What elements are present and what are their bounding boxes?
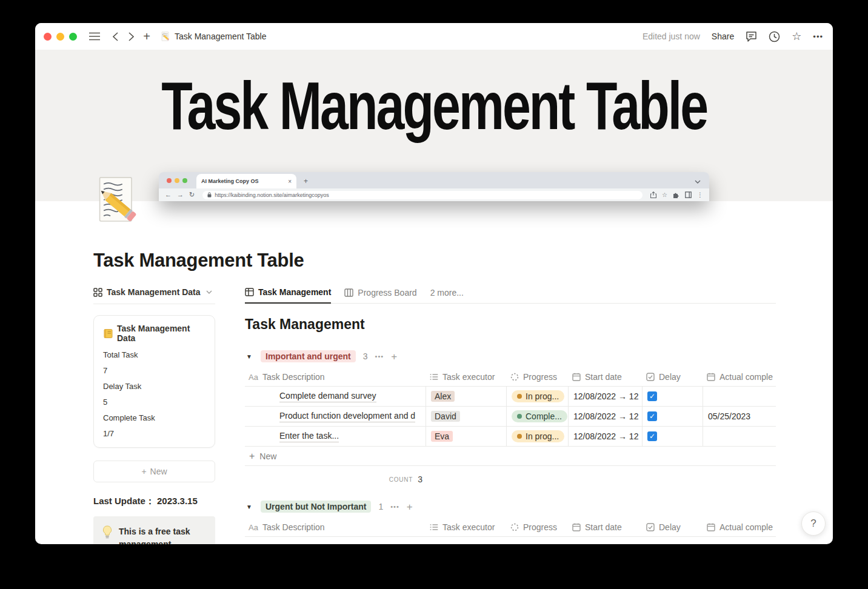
sidebar-view-label: Task Management Data [107, 287, 201, 297]
delay-cell[interactable] [643, 387, 703, 406]
column-header-progress[interactable]: Progress [507, 368, 569, 386]
column-header-task-executor[interactable]: Task executor [426, 518, 507, 536]
column-header-delay[interactable]: Delay [643, 518, 703, 536]
mockup-tab-title: AI Marketing Copy OS [201, 178, 288, 184]
column-header-start-date[interactable]: Start date [569, 518, 643, 536]
comments-button[interactable] [746, 31, 757, 42]
tabs-more-button[interactable]: 2 more... [430, 288, 464, 303]
data-summary-card[interactable]: Task Management Data Total Task 7 Delay … [93, 315, 215, 448]
column-header-delay[interactable]: Delay [643, 368, 703, 386]
page-title: Task Management Table [93, 250, 833, 271]
chevron-down-icon [695, 180, 701, 184]
column-header-actual-completion[interactable]: Actual comple [703, 518, 776, 536]
delay-checkbox-checked[interactable] [647, 431, 657, 441]
group-count: 3 [363, 351, 368, 361]
date-property-icon [572, 523, 581, 531]
tab-close-icon: × [288, 178, 292, 185]
actual-date-cell[interactable] [703, 427, 776, 446]
task-title-cell[interactable]: Complete demand survey [245, 387, 426, 406]
board-view-icon [344, 288, 353, 297]
select-property-icon [430, 373, 438, 381]
actual-date-cell[interactable]: 05/25/2023 [703, 407, 776, 426]
person-tag: Alex [431, 391, 455, 402]
tab-task-management[interactable]: Task Management [245, 287, 331, 304]
delay-cell[interactable] [643, 407, 703, 426]
status-pill: In prog... [512, 390, 564, 402]
table-row: Complete demand survey Alex In prog... 1… [245, 387, 776, 407]
history-button[interactable] [769, 31, 780, 42]
start-date-cell[interactable]: 12/08/2022 → 12 [569, 407, 643, 426]
page-icon-memo[interactable] [96, 176, 138, 224]
mockup-url: https://kaibinding.notion.site/aimarketi… [215, 192, 329, 198]
add-row-button[interactable]: + New [245, 447, 776, 466]
card-title: Task Management Data [117, 324, 205, 343]
progress-cell[interactable]: In prog... [507, 427, 569, 446]
actual-date-cell[interactable] [703, 387, 776, 406]
status-pill: In prog... [512, 430, 564, 442]
column-header-progress[interactable]: Progress [507, 518, 569, 536]
column-header-start-date[interactable]: Start date [569, 368, 643, 386]
column-header-actual-completion[interactable]: Actual comple [703, 368, 776, 386]
executor-cell[interactable]: David [426, 407, 507, 426]
minimize-window-button[interactable] [56, 33, 64, 41]
delay-checkbox-checked[interactable] [647, 391, 657, 401]
column-header-task-executor[interactable]: Task executor [426, 368, 507, 386]
group-menu-button[interactable]: ••• [390, 503, 399, 510]
last-update: Last Update： 2023.3.15 [93, 496, 215, 507]
column-header-task-description[interactable]: Aa Task Description [245, 518, 426, 536]
task-title-cell[interactable]: Product function development and d [245, 407, 426, 426]
status-property-icon [510, 523, 519, 531]
status-dot-icon [517, 414, 522, 419]
table-header-row: Aa Task Description Task executor Prog [245, 368, 776, 387]
forward-icon: → [177, 191, 184, 198]
progress-cell[interactable]: Comple... [507, 407, 569, 426]
sidebar-new-button[interactable]: + New [93, 461, 215, 482]
nav-back-button[interactable] [107, 28, 123, 44]
group-menu-button[interactable]: ••• [375, 353, 384, 360]
group-header-important-urgent: ▼ Important and urgent 3 ••• + [245, 347, 776, 365]
start-date-cell[interactable]: 12/08/2022 → 12 [569, 387, 643, 406]
group-add-button[interactable]: + [407, 502, 413, 512]
new-tab-button[interactable]: + [139, 28, 155, 44]
more-options-button[interactable]: ••• [813, 32, 823, 41]
mockup-toolbar-icons: ☆ ⋮ [650, 191, 703, 198]
gallery-view-icon [93, 288, 102, 297]
start-date-cell[interactable]: 12/08/2022 → 12 [569, 427, 643, 446]
sidebar-view-switcher[interactable]: Task Management Data [93, 287, 215, 304]
mockup-traffic-lights [167, 178, 187, 183]
executor-cell[interactable]: Eva [426, 427, 507, 446]
executor-cell[interactable]: Alex [426, 387, 507, 406]
share-button[interactable]: Share [712, 32, 734, 41]
table-header-row: Aa Task Description Task executor Prog [245, 518, 776, 537]
group-badge[interactable]: Urgent but Not Important [261, 501, 371, 513]
group-badge[interactable]: Important and urgent [261, 350, 356, 362]
task-title-cell[interactable]: Enter the task... [245, 427, 426, 446]
nav-forward-button[interactable] [123, 28, 139, 44]
edited-status: Edited just now [643, 32, 700, 41]
close-window-button[interactable] [44, 33, 52, 41]
breadcrumb[interactable]: Task Management Table [161, 32, 267, 41]
tab-progress-board[interactable]: Progress Board [344, 288, 416, 303]
group-toggle-icon[interactable]: ▼ [245, 504, 253, 510]
stat-value: 5 [103, 398, 205, 406]
mockup-address-bar: https://kaibinding.notion.site/aimarketi… [202, 191, 643, 199]
progress-cell[interactable]: In prog... [507, 387, 569, 406]
mockup-zoom-icon [182, 178, 187, 183]
chevron-right-icon [129, 32, 134, 41]
question-mark-icon: ? [810, 517, 816, 530]
group-toggle-icon[interactable]: ▼ [245, 353, 253, 360]
back-icon: ← [165, 191, 172, 198]
delay-cell[interactable] [643, 427, 703, 446]
sidebar-toggle-button[interactable] [87, 28, 102, 44]
status-dot-icon [517, 394, 522, 399]
column-header-task-description[interactable]: Aa Task Description [245, 368, 426, 386]
zoom-window-button[interactable] [69, 33, 77, 41]
group-add-button[interactable]: + [391, 351, 397, 362]
group-count-row: COUNT 3 [245, 466, 776, 493]
plus-icon: + [141, 467, 146, 476]
favorite-button[interactable]: ☆ [792, 31, 801, 42]
delay-checkbox-checked[interactable] [647, 411, 657, 421]
status-dot-icon [517, 434, 522, 439]
help-button[interactable]: ? [801, 511, 826, 536]
traffic-lights [44, 33, 77, 41]
